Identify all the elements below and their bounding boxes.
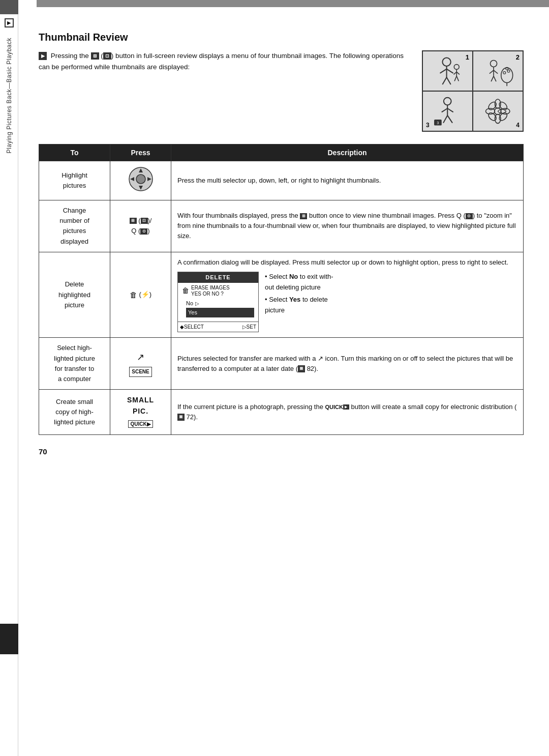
row2-desc: With four thumbnails displayed, press th… — [171, 200, 524, 252]
thumb-image-4 — [477, 95, 518, 128]
row3-press: 🗑 (⚡) — [110, 252, 171, 338]
playback-icon-box: ▶ — [5, 18, 14, 27]
row2-to-text: Changenumber ofpicturesdisplayed — [59, 207, 89, 245]
dialog-body: 🗑 ERASE IMAGES YES OR NO ? No — [178, 283, 258, 322]
erase-text: ERASE IMAGES YES OR NO ? — [191, 285, 230, 297]
intro-text-content: Pressing the ⊞ (⊡) button in full-screen… — [39, 52, 404, 71]
header-description: Description — [171, 144, 524, 161]
thumb-cell-2: 2 — [473, 51, 523, 91]
table-row: Deletehighlightedpicture 🗑 (⚡) A confirm… — [39, 252, 524, 338]
row1-desc-text: Press the multi selector up, down, left,… — [177, 177, 381, 184]
trash-icon: 🗑 — [130, 289, 137, 301]
svg-line-8 — [454, 72, 457, 74]
scene-box: SCENE — [116, 366, 165, 377]
svg-text:3: 3 — [437, 121, 439, 125]
playback-icon: ▶ — [7, 20, 11, 25]
svg-point-20 — [503, 71, 506, 74]
header-to: To — [39, 144, 110, 161]
row3-to: Deletehighlightedpicture — [39, 252, 110, 338]
thumb-image-2 — [477, 54, 518, 88]
scene-icon: SCENE — [129, 367, 151, 377]
row2-press: ⊞ (⊡)/ Q (⊙) — [110, 200, 171, 252]
page-number: 70 — [39, 447, 524, 456]
small-pic-label: SMALLPIC. — [116, 395, 165, 417]
svg-line-27 — [443, 115, 447, 123]
thumb-image-1 — [426, 54, 468, 88]
table-row: Changenumber ofpicturesdisplayed ⊞ (⊡)/ … — [39, 200, 524, 252]
top-strip — [37, 0, 549, 7]
svg-line-5 — [447, 77, 451, 84]
row1-to: Highlightpictures — [39, 161, 110, 200]
row5-press: SMALLPIC. QUICK▶ — [110, 390, 171, 435]
quickplay-box: QUICK▶ — [128, 420, 152, 428]
row4-desc-text: Pictures selected for transfer are marke… — [177, 355, 513, 372]
svg-line-9 — [456, 72, 460, 74]
row3-desc: A confirmation dialog will be displayed.… — [171, 252, 524, 338]
erase-row: 🗑 ERASE IMAGES YES OR NO ? — [182, 285, 254, 297]
option-no: No ▷ — [186, 299, 254, 308]
svg-line-25 — [442, 108, 447, 112]
header-press: Press — [110, 144, 171, 161]
svg-point-0 — [443, 57, 451, 66]
svg-point-34 — [486, 108, 495, 114]
dialog-footer: ◆SELECT ▷SET — [178, 322, 258, 332]
svg-line-4 — [443, 77, 447, 84]
svg-line-28 — [448, 115, 453, 123]
multi-selector-svg — [128, 166, 154, 192]
row2-desc-text: With four thumbnails displayed, press th… — [177, 212, 516, 240]
footer-select: ◆SELECT — [180, 323, 204, 331]
row1-to-text: Highlightpictures — [62, 171, 87, 189]
row3-press-lightning: (⚡) — [139, 290, 151, 298]
svg-line-17 — [494, 76, 496, 81]
option-yes: Yes — [186, 308, 254, 317]
playback-inline-icon: ▶ — [39, 52, 47, 60]
svg-line-2 — [440, 69, 447, 73]
svg-line-10 — [454, 76, 456, 81]
section-title: Thumbnail Review — [39, 32, 524, 43]
row1-desc: Press the multi selector up, down, left,… — [171, 161, 524, 200]
svg-point-32 — [495, 99, 501, 108]
no-bold: No — [289, 273, 298, 280]
row5-desc: If the current picture is a photograph, … — [171, 390, 524, 435]
svg-point-33 — [495, 114, 501, 123]
row4-to-text: Select high-lighted picturefor transfer … — [54, 344, 95, 382]
row2-press-text1: ⊞ (⊡)/ — [130, 217, 152, 224]
svg-line-26 — [448, 108, 453, 112]
sidebar-top-decoration — [0, 0, 18, 14]
svg-line-14 — [490, 70, 494, 74]
multi-selector-icon — [128, 166, 154, 192]
option-no-text: No — [186, 299, 193, 308]
svg-line-16 — [491, 76, 494, 81]
svg-point-6 — [454, 64, 460, 69]
thumb-image-3: 3 — [426, 95, 468, 128]
row5-to-text: Create smallcopy of high-lighted picture — [54, 398, 95, 426]
row2-press-symbol: ⊞ (⊡)/ Q (⊙) — [116, 216, 165, 237]
svg-point-21 — [507, 70, 510, 72]
delete-dialog: DELETE 🗑 ERASE IMAGES YES OR NO ? — [177, 272, 259, 333]
row4-press: ↗ SCENE — [110, 338, 171, 390]
quickplay-label: QUICK▶ — [116, 419, 165, 429]
row4-to: Select high-lighted picturefor transfer … — [39, 338, 110, 390]
svg-point-23 — [444, 98, 451, 105]
svg-line-15 — [494, 70, 498, 74]
svg-line-3 — [447, 69, 453, 73]
options-row: No ▷ Yes — [186, 299, 254, 317]
row5-press-content: SMALLPIC. QUICK▶ — [116, 395, 165, 429]
sidebar-black-block — [0, 624, 18, 654]
thumb-num-2: 2 — [516, 53, 520, 61]
no-arrow: ▷ — [195, 300, 199, 308]
row5-desc-text: If the current picture is a photograph, … — [177, 403, 516, 421]
yes-bold: Yes — [289, 296, 300, 303]
page-wrapper: ▶ Playing Pictures Back—Basic Playback T… — [0, 0, 549, 756]
table-row: Create smallcopy of high-lighted picture… — [39, 390, 524, 435]
table-row: Highlightpictures — [39, 161, 524, 200]
dialog-title: DELETE — [178, 272, 258, 283]
intro-area: ▶ Pressing the ⊞ (⊡) button in full-scre… — [39, 50, 524, 132]
delete-desc-area: DELETE 🗑 ERASE IMAGES YES OR NO ? — [177, 272, 517, 333]
sidebar-label: Playing Pictures Back—Basic Playback — [6, 38, 13, 153]
row3-text1: A confirmation dialog will be displayed.… — [177, 258, 508, 266]
thumb-cell-1: 1 — [423, 51, 472, 91]
bullet-points: • Select No to exit with-out deleting pi… — [265, 272, 333, 318]
row2-press-text2: Q (⊙) — [131, 227, 149, 235]
thumbnail-grid: 1 — [422, 50, 524, 132]
